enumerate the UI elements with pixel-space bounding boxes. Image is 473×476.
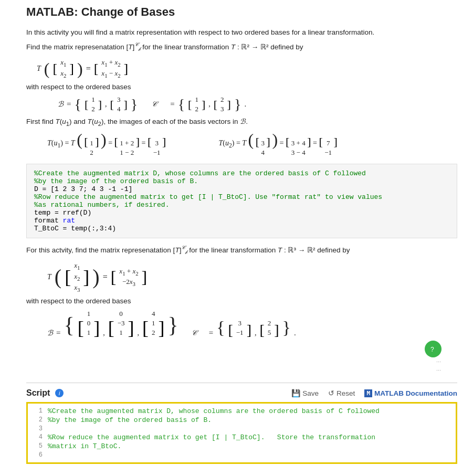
script-actions: 💾 Save ↺ Reset M MATLAB Documentation: [291, 389, 457, 397]
script-help-icon[interactable]: i: [55, 389, 64, 397]
bases-equation-2: ℬ = { [ 1 0 1 ] , [ 0 −3 1 ] , [ 4 1 2 ]…: [47, 309, 457, 338]
reset-button[interactable]: ↺ Reset: [328, 389, 355, 397]
bases-equation-1: ℬ = { [ 1 2 ] , [ 3 4 ] } 𝒞 = { [ 1 2 ] …: [58, 95, 457, 114]
intro-paragraph-2: Find the matrix represenatation [T]𝒞𝒷 fo…: [26, 41, 457, 52]
matlab-doc-button[interactable]: M MATLAB Documentation: [364, 389, 457, 397]
editor-line-1: 1 %Create the augmented matrix D, whose …: [28, 407, 456, 416]
code-editor[interactable]: 1 %Create the augmented matrix D, whose …: [26, 402, 457, 464]
script-section: Script i 💾 Save ↺ Reset M MATLAB Documen…: [26, 383, 457, 464]
dots-grid: ⋯⋯: [436, 359, 442, 373]
equation-2: T ( [ x1 x2 x3 ] ) = [ x1 + x2 −2x3 ]: [47, 261, 457, 293]
editor-line-2: 2 %by the image of the ordered basis of …: [28, 416, 456, 425]
reset-icon: ↺: [328, 389, 334, 397]
with-respect-2: with respect to the ordered bases: [26, 297, 457, 305]
editor-line-3: 3: [28, 425, 456, 433]
with-respect-1: with respect to the ordered bases: [26, 83, 457, 91]
editor-line-6: 6: [28, 451, 456, 459]
first-find-text: First find T(u1) and T(u2), the images o…: [26, 117, 457, 127]
hint-icon-wrapper: ? ⋯⋯: [26, 341, 442, 374]
save-button[interactable]: 💾 Save: [291, 389, 319, 397]
equation-1: T ( [ x1 x2 ] ) = [ x1 + x2 x1 − x2 ]: [37, 58, 457, 80]
matlab-doc-icon: M: [364, 389, 372, 397]
save-icon: 💾: [291, 389, 300, 397]
intro-paragraph-1: In this activity you will find a matrix …: [26, 28, 457, 36]
tu-equations: T(u1) = T ( [ 12 ] ) = [ 1 + 21 − 2 ] = …: [47, 132, 457, 157]
help-icon[interactable]: ?: [425, 341, 442, 357]
code-block-1: %Create the augmented matrix D, whose co…: [26, 164, 457, 238]
for-this-activity-text: For this actvity, find the matrix repres…: [26, 245, 457, 256]
script-title: Script: [26, 388, 50, 398]
editor-line-5: 5 %matrix in T_BtoC.: [28, 442, 456, 451]
script-header: Script i 💾 Save ↺ Reset M MATLAB Documen…: [26, 388, 457, 398]
editor-line-4: 4 %Row reduce the augmented matrix to ge…: [28, 433, 456, 442]
svg-text:?: ?: [430, 346, 434, 353]
page-title: MATLAB: Change of Bases: [26, 5, 457, 21]
